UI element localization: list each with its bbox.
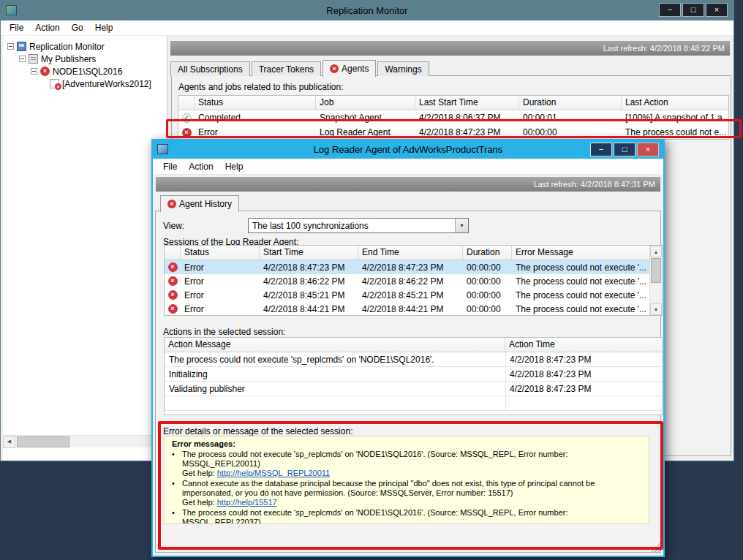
status-cell: × [165, 288, 181, 302]
collapse-icon[interactable] [19, 56, 26, 62]
tab-agents[interactable]: × Agents [323, 60, 376, 77]
tab-tracer-tokens[interactable]: Tracer Tokens [252, 61, 321, 76]
scroll-up-icon[interactable]: ▲ [650, 246, 662, 257]
agents-table: Status Job Last Start Time Duration Last… [178, 95, 729, 140]
menu-file[interactable]: File [4, 20, 29, 35]
bullet-icon: • [172, 450, 182, 478]
scroll-left-icon[interactable]: ◀ [3, 436, 15, 448]
column-header-status[interactable]: Status [181, 246, 260, 260]
menu-help[interactable]: Help [219, 159, 249, 174]
close-button[interactable]: × [637, 143, 659, 156]
error-icon: × [330, 64, 339, 73]
session-row[interactable]: × Error 4/2/2018 8:44:21 PM 4/2/2018 8:4… [165, 302, 649, 316]
column-header-last-action[interactable]: Last Action [622, 96, 728, 110]
session-start-time: 4/2/2018 8:44:21 PM [260, 302, 358, 316]
column-header-start-time[interactable]: Start Time [260, 246, 358, 260]
minimize-button[interactable]: − [590, 143, 612, 156]
agent-row-snapshot[interactable]: ✓ Completed Snapshot Agent 4/2/2018 8:06… [178, 110, 728, 125]
menu-action[interactable]: Action [183, 159, 219, 174]
help-link[interactable]: http://help/15517 [217, 498, 277, 507]
tab-all-subscriptions[interactable]: All Subscriptions [170, 61, 250, 76]
column-header-last-start-time[interactable]: Last Start Time [415, 96, 519, 110]
scrollbar-track[interactable] [650, 257, 662, 303]
error-icon: × [168, 262, 178, 272]
publication-tabs: All Subscriptions Tracer Tokens × Agents… [170, 59, 431, 76]
chevron-down-icon[interactable]: ▼ [455, 219, 468, 232]
collapse-icon[interactable] [31, 68, 37, 75]
tree-horizontal-scrollbar[interactable]: ◀ ▶ [3, 435, 166, 447]
tree-item-node1-sql2016[interactable]: × NODE1\SQL2016 [3, 65, 167, 77]
tree-item-label: Replication Monitor [29, 42, 105, 52]
menu-action[interactable]: Action [29, 20, 65, 35]
get-help-label: Get help: [182, 498, 215, 507]
menu-go[interactable]: Go [66, 20, 89, 35]
tree-item-replication-monitor[interactable]: Replication Monitor [3, 40, 167, 53]
session-end-time: 4/2/2018 8:47:23 PM [358, 260, 463, 274]
column-header-action-message[interactable]: Action Message [165, 338, 505, 352]
session-duration: 00:00:00 [463, 260, 512, 274]
actions-section-label: Actions in the selected session: [163, 327, 285, 337]
error-message-item: • The process could not execute 'sp_repl… [172, 450, 643, 478]
column-header-duration[interactable]: Duration [463, 246, 512, 260]
main-menubar: File Action Go Help [1, 20, 733, 36]
agent-duration: 00:00:01 [519, 110, 622, 125]
column-header-job[interactable]: Job [316, 96, 415, 110]
agent-history-tab-page: View: The last 100 synchronizations ▼ Se… [155, 211, 661, 553]
error-icon: × [168, 290, 178, 300]
main-titlebar[interactable]: Replication Monitor − □ × [1, 1, 733, 20]
agent-job: Log Reader Agent [316, 125, 415, 140]
menu-help[interactable]: Help [89, 20, 119, 35]
menu-file[interactable]: File [157, 159, 183, 174]
dialog-title: Log Reader Agent of AdvWorksProductTrans [153, 144, 663, 155]
session-duration: 00:00:00 [463, 302, 512, 316]
column-header-icon[interactable] [165, 246, 181, 260]
sessions-vertical-scrollbar[interactable]: ▲ ▼ [649, 246, 662, 315]
scroll-down-icon[interactable]: ▼ [650, 303, 662, 315]
replication-monitor-icon [17, 42, 26, 51]
agent-status: Error [195, 125, 316, 140]
get-help-label: Get help: [182, 469, 215, 477]
help-link[interactable]: http://help/MSSQL_REPL20011 [217, 469, 331, 477]
session-status: Error [181, 260, 260, 274]
dialog-titlebar[interactable]: Log Reader Agent of AdvWorksProductTrans… [153, 140, 663, 159]
actions-table: Action Message Action Time The process c… [164, 337, 663, 415]
session-row[interactable]: × Error 4/2/2018 8:47:23 PM 4/2/2018 8:4… [165, 260, 649, 274]
column-header-icon[interactable] [178, 96, 195, 110]
error-messages-heading: Error messages: [172, 439, 643, 449]
session-status: Error [181, 274, 260, 288]
error-message-text: The process could not execute 'sp_replcm… [182, 508, 643, 524]
column-header-action-time[interactable]: Action Time [505, 338, 662, 352]
tree-item-my-publishers[interactable]: My Publishers [3, 53, 167, 65]
error-icon: × [168, 304, 178, 314]
agent-row-log-reader[interactable]: × Error Log Reader Agent 4/2/2018 8:47:2… [178, 125, 728, 140]
server-error-icon: × [40, 67, 50, 76]
maximize-button[interactable]: □ [614, 143, 635, 156]
tree-item-adventureworks2012[interactable]: × [AdventureWorks2012] [3, 77, 167, 90]
action-row[interactable]: The process could not execute 'sp_replcm… [165, 352, 662, 367]
column-header-duration[interactable]: Duration [519, 96, 622, 110]
tab-agent-history[interactable]: × Agent History [160, 195, 239, 212]
tab-warnings[interactable]: Warnings [377, 61, 429, 76]
view-dropdown[interactable]: The last 100 synchronizations ▼ [248, 218, 469, 233]
scrollbar-thumb[interactable] [651, 258, 661, 283]
publication-icon: × [50, 79, 59, 88]
collapse-icon[interactable] [7, 43, 14, 50]
session-row[interactable]: × Error 4/2/2018 8:46:22 PM 4/2/2018 8:4… [165, 274, 649, 288]
close-button[interactable]: × [706, 3, 728, 17]
dialog-tabs: × Agent History [160, 195, 241, 211]
agent-last-start-time: 4/2/2018 8:06:37 PM [415, 110, 519, 125]
action-time: 4/2/2018 8:47:23 PM [505, 384, 662, 394]
column-header-end-time[interactable]: End Time [358, 246, 463, 260]
scrollbar-thumb[interactable] [17, 436, 69, 447]
minimize-button[interactable]: − [659, 3, 681, 17]
session-row[interactable]: × Error 4/2/2018 8:45:21 PM 4/2/2018 8:4… [165, 288, 649, 302]
error-message-item: • The process could not execute 'sp_repl… [172, 508, 643, 524]
column-header-error-message[interactable]: Error Message [512, 246, 649, 260]
column-header-status[interactable]: Status [195, 96, 316, 110]
action-row[interactable]: Initializing 4/2/2018 8:47:23 PM [165, 367, 662, 382]
maximize-button[interactable]: □ [682, 3, 704, 17]
action-row[interactable]: Validating publisher 4/2/2018 8:47:23 PM [165, 382, 662, 396]
tab-label: Warnings [385, 64, 421, 75]
error-details-label: Error details or message of the selected… [163, 426, 352, 436]
agent-last-action: The process could not e... [622, 125, 728, 140]
